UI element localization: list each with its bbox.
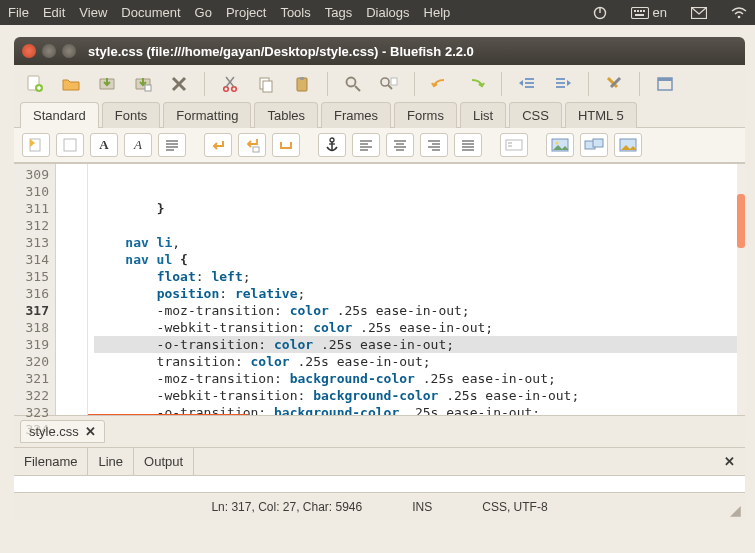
- cut-icon[interactable]: [217, 71, 243, 97]
- menu-dialogs[interactable]: Dialogs: [366, 5, 409, 20]
- code-line[interactable]: position: relative;: [94, 285, 745, 302]
- bold-icon[interactable]: A: [90, 133, 118, 157]
- vertical-scrollbar[interactable]: [737, 164, 745, 415]
- tab-list[interactable]: List: [460, 102, 506, 128]
- save-as-icon[interactable]: [130, 71, 156, 97]
- mail-icon[interactable]: [691, 7, 707, 19]
- code-line[interactable]: nav li,: [94, 234, 745, 251]
- svg-rect-39: [658, 78, 672, 81]
- tab-html5[interactable]: HTML 5: [565, 102, 637, 128]
- copy-icon[interactable]: [253, 71, 279, 97]
- nbsp-icon[interactable]: [272, 133, 300, 157]
- tab-css[interactable]: CSS: [509, 102, 562, 128]
- menu-tools[interactable]: Tools: [280, 5, 310, 20]
- code-line[interactable]: }: [94, 200, 745, 217]
- svg-rect-14: [145, 85, 151, 91]
- unindent-icon[interactable]: [514, 71, 540, 97]
- tab-standard[interactable]: Standard: [20, 102, 99, 128]
- paragraph-icon[interactable]: [158, 133, 186, 157]
- keyboard-layout-icon[interactable]: en: [631, 5, 667, 20]
- find-replace-icon[interactable]: [376, 71, 402, 97]
- save-icon[interactable]: [94, 71, 120, 97]
- image-icon[interactable]: [546, 133, 574, 157]
- output-body: [14, 476, 745, 492]
- find-icon[interactable]: [340, 71, 366, 97]
- break-clear-icon[interactable]: [238, 133, 266, 157]
- resize-grip-icon[interactable]: ◢: [730, 502, 741, 518]
- line-number-gutter: 3093103113123133143153163173183193203213…: [14, 164, 56, 415]
- toolbar-separator: [639, 72, 640, 96]
- titlebar[interactable]: style.css (file:///home/gayan/Desktop/st…: [14, 37, 745, 65]
- code-area[interactable]: } nav li, nav ul { float: left; position…: [88, 164, 745, 415]
- toolbar-separator: [327, 72, 328, 96]
- status-position: Ln: 317, Col: 27, Char: 5946: [211, 500, 362, 514]
- code-line[interactable]: [94, 217, 745, 234]
- multi-thumbnail-icon[interactable]: [580, 133, 608, 157]
- tab-tables[interactable]: Tables: [254, 102, 318, 128]
- status-insert-mode: INS: [412, 500, 432, 514]
- svg-line-26: [355, 86, 360, 91]
- align-center-icon[interactable]: [386, 133, 414, 157]
- close-file-icon[interactable]: [166, 71, 192, 97]
- code-line[interactable]: transition: color .25s ease-in-out;: [94, 353, 745, 370]
- redo-icon[interactable]: [463, 71, 489, 97]
- svg-rect-2: [631, 7, 648, 18]
- body-icon[interactable]: [56, 133, 84, 157]
- menu-file[interactable]: File: [8, 5, 29, 20]
- anchor-icon[interactable]: [318, 133, 346, 157]
- tab-fonts[interactable]: Fonts: [102, 102, 161, 128]
- menu-tags[interactable]: Tags: [325, 5, 352, 20]
- svg-point-18: [232, 87, 237, 92]
- code-line[interactable]: -moz-transition: color .25s ease-in-out;: [94, 302, 745, 319]
- menu-go[interactable]: Go: [195, 5, 212, 20]
- menu-document[interactable]: Document: [121, 5, 180, 20]
- italic-icon[interactable]: A: [124, 133, 152, 157]
- output-col-line[interactable]: Line: [88, 448, 134, 475]
- scrollbar-thumb[interactable]: [737, 194, 745, 248]
- code-line[interactable]: -moz-transition: background-color .25s e…: [94, 370, 745, 387]
- menu-view[interactable]: View: [79, 5, 107, 20]
- svg-rect-29: [391, 78, 397, 85]
- output-col-filename[interactable]: Filename: [14, 448, 88, 475]
- open-file-icon[interactable]: [58, 71, 84, 97]
- tab-forms[interactable]: Forms: [394, 102, 457, 128]
- svg-rect-72: [593, 139, 603, 147]
- comment-icon[interactable]: [500, 133, 528, 157]
- svg-rect-24: [300, 77, 304, 80]
- align-left-icon[interactable]: [352, 133, 380, 157]
- menu-project[interactable]: Project: [226, 5, 266, 20]
- align-justify-icon[interactable]: [454, 133, 482, 157]
- wifi-icon[interactable]: [731, 7, 747, 19]
- main-toolbar: [14, 65, 745, 101]
- code-editor[interactable]: 3093103113123133143153163173183193203213…: [14, 163, 745, 415]
- preferences-icon[interactable]: [601, 71, 627, 97]
- undo-icon[interactable]: [427, 71, 453, 97]
- align-right-icon[interactable]: [420, 133, 448, 157]
- thumbnail-icon[interactable]: [614, 133, 642, 157]
- code-line[interactable]: float: left;: [94, 268, 745, 285]
- code-line[interactable]: -o-transition: color .25s ease-in-out;: [94, 336, 745, 353]
- tab-frames[interactable]: Frames: [321, 102, 391, 128]
- window-minimize-button[interactable]: [42, 44, 56, 58]
- svg-rect-7: [635, 14, 644, 16]
- fullscreen-icon[interactable]: [652, 71, 678, 97]
- svg-point-47: [330, 138, 334, 142]
- window-maximize-button[interactable]: [62, 44, 76, 58]
- code-line[interactable]: -webkit-transition: background-color .25…: [94, 387, 745, 404]
- output-close-icon[interactable]: ✕: [714, 448, 745, 475]
- code-line[interactable]: nav ul {: [94, 251, 745, 268]
- quickstart-icon[interactable]: [22, 133, 50, 157]
- new-file-icon[interactable]: [22, 71, 48, 97]
- indent-icon[interactable]: [550, 71, 576, 97]
- tab-formatting[interactable]: Formatting: [163, 102, 251, 128]
- output-col-output[interactable]: Output: [134, 448, 194, 475]
- paste-icon[interactable]: [289, 71, 315, 97]
- break-icon[interactable]: [204, 133, 232, 157]
- menu-help[interactable]: Help: [424, 5, 451, 20]
- close-tab-icon[interactable]: ✕: [85, 424, 96, 439]
- code-line[interactable]: -webkit-transition: color .25s ease-in-o…: [94, 319, 745, 336]
- window-close-button[interactable]: [22, 44, 36, 58]
- svg-rect-22: [263, 81, 272, 92]
- menu-edit[interactable]: Edit: [43, 5, 65, 20]
- shutdown-icon[interactable]: [593, 6, 607, 20]
